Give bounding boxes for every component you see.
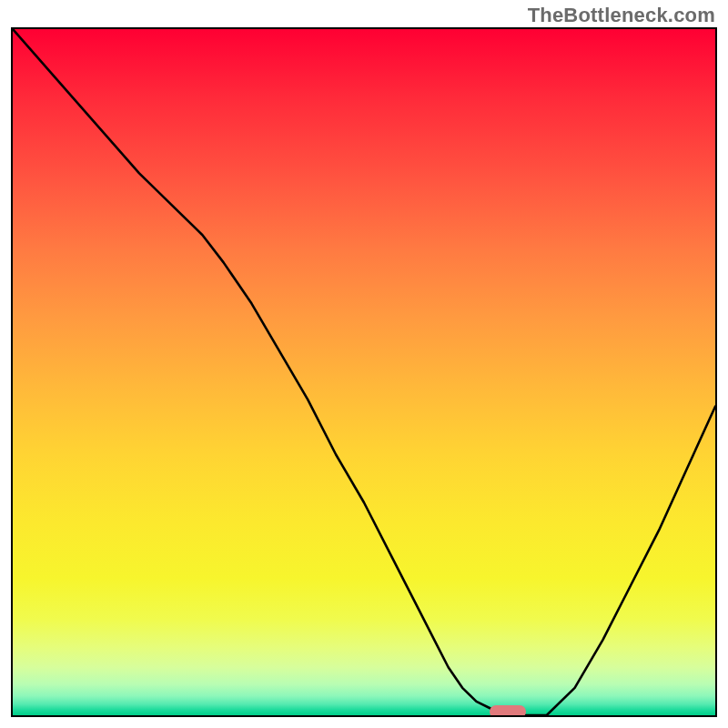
- chart-frame: [11, 27, 717, 717]
- chart-curve: [13, 29, 715, 715]
- attribution-text: TheBottleneck.com: [528, 4, 715, 27]
- chart-marker: [490, 705, 526, 717]
